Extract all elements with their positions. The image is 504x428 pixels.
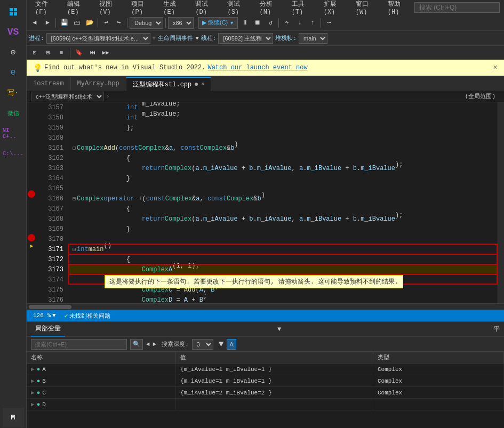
toolbar-more[interactable]: ⋯ <box>323 17 335 29</box>
search-depth-select[interactable]: 3 <box>192 339 213 350</box>
toolbar-stepover[interactable]: ↷ <box>281 17 293 29</box>
filter-icon: ▼ <box>195 35 199 42</box>
sidebar-icon-vs[interactable]: VS <box>3 22 24 42</box>
toolbar-back[interactable]: ◄ <box>29 17 41 29</box>
toolbar-stepinto[interactable]: ↓ <box>294 17 306 29</box>
menu-edit[interactable]: 编辑(E) <box>63 0 94 17</box>
event-label: 生命周期事件 <box>158 34 193 42</box>
toolbar-pause[interactable]: ⏸ <box>239 17 251 29</box>
table-row-A[interactable]: ▶ ● A {m_iAvalue=1 m_iBvalue=1 } Complex <box>27 364 504 375</box>
title-search-input[interactable] <box>414 2 500 13</box>
toolbar-restart[interactable]: ↺ <box>265 17 276 29</box>
status-zoom[interactable]: 126 % ▼ <box>31 312 58 319</box>
toolbar-stepout[interactable]: ↑ <box>307 17 318 29</box>
menu-file[interactable]: 文件(F) <box>31 0 62 17</box>
debug2-btn2[interactable]: ⊞ <box>42 47 54 59</box>
debug2-btn3[interactable]: ≡ <box>55 47 67 59</box>
debug-config-dropdown[interactable]: Debug <box>130 17 163 29</box>
hscroll-thumb[interactable] <box>29 305 71 309</box>
debug2-btn6[interactable]: ▶▶ <box>100 47 111 59</box>
panel-pin-btn[interactable]: 平 <box>493 325 500 334</box>
filter-A-btn[interactable]: A <box>227 339 236 350</box>
tab-stl-close[interactable]: × <box>201 82 204 87</box>
menu-window[interactable]: 窗口(W) <box>351 0 382 17</box>
tab-iostream[interactable]: iostream <box>27 77 71 91</box>
notification-close-btn[interactable]: × <box>493 63 498 72</box>
platform-dropdown[interactable]: x86 <box>168 17 194 29</box>
toolbar-fwd[interactable]: ► <box>42 17 53 29</box>
toolbar-save[interactable]: 💾 <box>58 17 70 29</box>
toolbar-undo[interactable]: ↩ <box>100 17 112 29</box>
code-scrollbar[interactable] <box>498 102 504 303</box>
cell-value-B: {m_iAvalue=1 m_iBvalue=1 } <box>176 375 373 386</box>
menu-project[interactable]: 项目(P) <box>127 0 158 17</box>
notification-link[interactable]: Watch our launch event now <box>207 64 307 71</box>
menu-debug[interactable]: 调试(D) <box>191 0 222 17</box>
bp-3167[interactable] <box>27 190 36 198</box>
menu-build[interactable]: 生成(E) <box>159 0 190 17</box>
table-row-C[interactable]: ▶ ● C {m_iAvalue=2 m_iBvalue=2 } Complex <box>27 387 504 399</box>
process-dropdown[interactable]: [60596] c++泛型编程和stl技术.e... <box>46 33 150 44</box>
toolbar-stop[interactable]: ⏹ <box>252 17 263 29</box>
toolbar-open[interactable]: 📂 <box>84 17 95 29</box>
stack-dropdown[interactable]: main <box>299 33 327 44</box>
type-icon-D: ● <box>37 401 41 408</box>
svg-rect-0 <box>10 8 13 11</box>
ln-3175: 3175 <box>36 285 68 295</box>
sidebar-icon-write[interactable]: 写· <box>3 83 24 102</box>
bp-3159 <box>27 120 36 128</box>
code-line-3168: return Complex(a.m_iAvalue + b.m_iAvalue… <box>68 214 498 224</box>
code-line-3161: ⊟Complex Add(const Complex& a, const Com… <box>68 143 498 153</box>
menu-test[interactable]: 测试(S) <box>223 0 254 17</box>
code-lines-container[interactable]: int m_iAvalue; int m_iBvalue; }; ⊟Comple… <box>68 102 498 303</box>
continue-button[interactable]: ▶ 继续(C) ▼ <box>198 17 238 29</box>
bp-3175 <box>27 260 36 268</box>
sidebar-icon-ie[interactable]: e <box>3 63 24 82</box>
menu-analyze[interactable]: 分析(N) <box>255 0 286 17</box>
debug2-btn5[interactable]: ⏮ <box>86 47 98 59</box>
sidebar-icon-ni[interactable]: NI C+.. <box>3 124 24 143</box>
title-bar: 文件(F) 编辑(E) 视图(V) 项目(P) 生成(E) 调试(D) 测试(S… <box>27 0 504 15</box>
breadcrumb-file-dropdown[interactable]: c++泛型编程和stl技术 <box>31 92 104 101</box>
ln-3163: 3163 <box>36 163 68 173</box>
code-hscrollbar[interactable] <box>27 303 504 310</box>
thread-dropdown[interactable]: [60592] 主线程 <box>218 33 273 44</box>
tab-stl[interactable]: 泛型编程和stl.cpp × <box>126 77 211 91</box>
panel-collapse-btn[interactable]: ▼ <box>273 326 286 333</box>
breakpoint-gutter: ➤ <box>27 102 36 303</box>
panel-header: 局部变量 ▼ 平 <box>27 322 504 337</box>
panel-search-input[interactable] <box>31 339 127 350</box>
tab-myarray[interactable]: MyArray.hpp <box>71 77 126 91</box>
toolbar-redo[interactable]: ↪ <box>113 17 125 29</box>
var-name-C: C <box>42 390 46 396</box>
cell-value-A: {m_iAvalue=1 m_iBvalue=1 } <box>176 364 373 375</box>
expand-arrow-D[interactable]: ▶ <box>31 401 35 408</box>
sidebar-icon-wechat[interactable]: 微信 <box>3 103 24 123</box>
cell-value-C: {m_iAvalue=2 m_iBvalue=2 } <box>176 387 373 398</box>
expand-arrow-B[interactable]: ▶ <box>31 377 35 384</box>
sidebar-icon-circle[interactable]: ⊙ <box>3 43 24 62</box>
sidebar-icon-c[interactable]: C:\... <box>3 144 24 163</box>
sidebar-icon-m[interactable]: M <box>3 408 24 427</box>
expand-arrow-A[interactable]: ▶ <box>31 366 35 373</box>
debug2-btn4[interactable]: 🔖 <box>73 47 85 59</box>
sidebar-icon-windows[interactable] <box>3 2 24 21</box>
bp-3170 <box>27 216 36 224</box>
panel-tab-locals[interactable]: 局部变量 <box>31 322 65 337</box>
table-row-D[interactable]: ▶ ● D <box>27 399 504 410</box>
search-icon-btn[interactable]: 🔍 <box>130 339 143 350</box>
menu-view[interactable]: 视图(V) <box>95 0 126 17</box>
filter-icon[interactable]: ▼ <box>219 340 224 349</box>
menu-tools[interactable]: 工具(T) <box>287 0 318 17</box>
toolbar-saveall[interactable]: 🗃 <box>71 17 83 29</box>
status-issues[interactable]: ✔ 未找到相关问题 <box>62 312 113 320</box>
bp-3172[interactable] <box>27 233 36 241</box>
search-prev-btn[interactable]: ◄ <box>146 341 150 348</box>
menu-help[interactable]: 帮助(H) <box>383 0 414 17</box>
expand-arrow-C[interactable]: ▶ <box>31 389 35 396</box>
debug2-btn1[interactable]: ⊡ <box>29 47 41 59</box>
menu-extensions[interactable]: 扩展(X) <box>319 0 350 17</box>
search-next-btn[interactable]: ► <box>153 341 157 348</box>
sep3 <box>127 18 127 28</box>
table-row-B[interactable]: ▶ ● B {m_iAvalue=1 m_iBvalue=1 } Complex <box>27 375 504 387</box>
